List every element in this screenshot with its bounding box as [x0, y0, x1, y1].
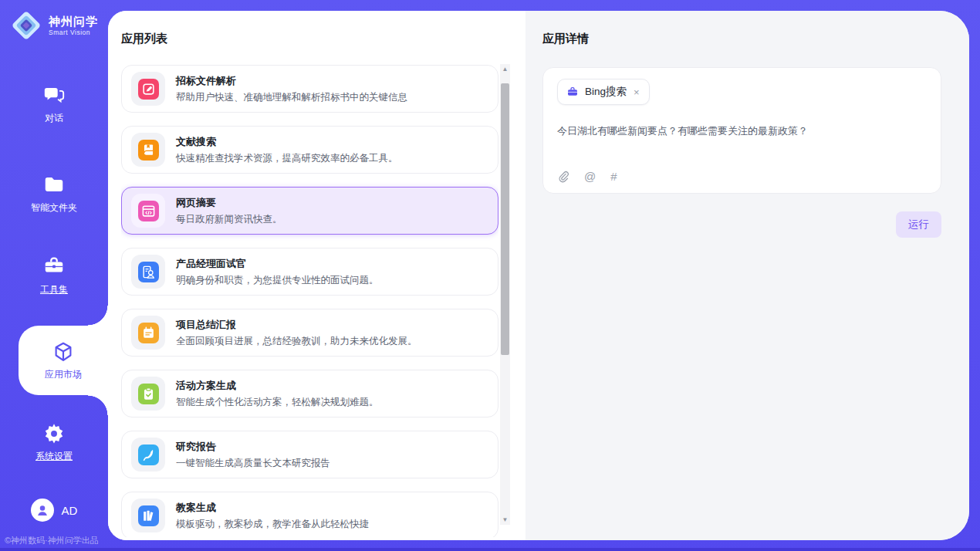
clipboard-icon	[138, 384, 159, 404]
user-initials: AD	[62, 504, 78, 517]
app-list-panel: 应用列表 招标文件解析帮助用户快速、准确地理解和解析招标书中的关键信息文献搜索快…	[108, 11, 525, 540]
sidebar-item-chat[interactable]: 对话	[0, 83, 108, 125]
app-card-desc: 智能生成个性化活动方案，轻松解决规划难题。	[176, 396, 379, 409]
app-card[interactable]: 研究报告一键智能生成高质量长文本研究报告	[121, 431, 498, 478]
app-card-desc: 明确身份和职责，为您提供专业性的面试问题。	[176, 274, 379, 287]
user-avatar-icon	[31, 499, 54, 522]
app-icon-box	[131, 438, 165, 472]
book-icon	[138, 140, 159, 161]
sidebar-item-label: 应用市场	[45, 368, 82, 381]
brand-logo: 神州问学 Smart Vision	[0, 9, 108, 42]
calendar-icon	[138, 323, 159, 343]
app-icon-box	[131, 194, 165, 228]
app-icon-box	[131, 72, 165, 106]
app-card-title: 网页摘要	[176, 196, 282, 210]
app-detail-title: 应用详情	[542, 32, 941, 46]
folder-icon	[42, 173, 66, 196]
scroll-up-icon[interactable]: ▲	[500, 64, 510, 74]
app-card-desc: 帮助用户快速、准确地理解和解析招标书中的关键信息	[176, 91, 407, 104]
app-card[interactable]: 教案生成模板驱动，教案秒成，教学准备从此轻松快捷	[121, 492, 498, 537]
tool-tag-label: Bing搜索	[585, 85, 627, 99]
bottom-stripe	[0, 548, 980, 551]
app-detail-panel: 应用详情 Bing搜索 × 今日湖北有哪些新闻要点？有哪些需要关注的最新政策？ …	[525, 11, 969, 540]
app-icon-box	[131, 255, 165, 289]
app-cards: 招标文件解析帮助用户快速、准确地理解和解析招标书中的关键信息文献搜索快速精准查找…	[121, 65, 498, 537]
copyright-footer: ©神州数码·神州问学出品	[5, 535, 99, 546]
app-icon-box	[131, 316, 165, 350]
app-card-title: 文献搜索	[176, 135, 398, 149]
app-icon-box	[131, 377, 165, 411]
scrollbar-track[interactable]	[500, 74, 510, 515]
topic-hash-icon[interactable]: #	[610, 170, 617, 183]
close-icon[interactable]: ×	[633, 87, 640, 97]
books-icon	[138, 505, 159, 526]
app-card-title: 活动方案生成	[176, 379, 379, 393]
app-list-title: 应用列表	[121, 32, 525, 46]
chat-icon	[42, 83, 66, 106]
app-card[interactable]: 产品经理面试官明确身份和职责，为您提供专业性的面试问题。	[121, 248, 498, 296]
tool-tag-bing[interactable]: Bing搜索 ×	[557, 79, 650, 105]
sidebar-item-label: 对话	[45, 112, 63, 125]
app-icon-box	[131, 133, 165, 167]
app-card-title: 项目总结汇报	[176, 318, 417, 332]
app-card-desc: 一键智能生成高质量长文本研究报告	[176, 457, 330, 470]
app-icon-box	[131, 499, 165, 532]
sidebar-item-smart-folder[interactable]: 智能文件夹	[0, 173, 108, 215]
app-card[interactable]: 网页摘要每日政府新闻资讯快查。	[121, 187, 498, 235]
app-card[interactable]: 文献搜索快速精准查找学术资源，提高研究效率的必备工具。	[121, 126, 498, 174]
tab-curve-bottom	[88, 395, 108, 415]
cube-icon	[52, 340, 75, 363]
app-card-desc: 每日政府新闻资讯快查。	[176, 213, 282, 226]
brand-name: 神州问学	[49, 15, 98, 28]
browser-code-icon	[138, 201, 159, 221]
content-area: 应用列表 招标文件解析帮助用户快速、准确地理解和解析招标书中的关键信息文献搜索快…	[108, 11, 969, 540]
gear-icon	[42, 421, 66, 445]
scrollbar[interactable]: ▲ ▼	[500, 64, 510, 525]
prompt-editor[interactable]: Bing搜索 × 今日湖北有哪些新闻要点？有哪些需要关注的最新政策？ @ #	[542, 67, 941, 194]
app-card[interactable]: 项目总结汇报全面回顾项目进展，总结经验教训，助力未来优化发展。	[121, 309, 498, 357]
sidebar-item-label: 工具集	[40, 283, 68, 296]
sidebar: 神州问学 Smart Vision 对话智能文件夹工具集应用市场系统设置 AD …	[0, 0, 108, 551]
doc-edit-icon	[138, 79, 159, 100]
user-account[interactable]: AD	[0, 499, 108, 522]
interviewer-icon	[138, 262, 159, 282]
tab-curve-top	[88, 306, 108, 326]
app-card-title: 招标文件解析	[176, 74, 407, 88]
sidebar-item-label: 系统设置	[35, 450, 73, 463]
research-icon	[138, 445, 159, 465]
scrollbar-thumb[interactable]	[501, 83, 509, 355]
sidebar-item-toolset[interactable]: 工具集	[0, 255, 108, 296]
app-card-title: 产品经理面试官	[176, 257, 379, 271]
query-text[interactable]: 今日湖北有哪些新闻要点？有哪些需要关注的最新政策？	[557, 124, 927, 138]
app-card-desc: 全面回顾项目进展，总结经验教训，助力未来优化发展。	[176, 335, 417, 348]
app-card[interactable]: 招标文件解析帮助用户快速、准确地理解和解析招标书中的关键信息	[121, 65, 498, 113]
briefcase-icon	[566, 86, 579, 98]
scroll-down-icon[interactable]: ▼	[500, 515, 510, 525]
app-card-desc: 快速精准查找学术资源，提高研究效率的必备工具。	[176, 152, 398, 165]
brand-tagline: Smart Vision	[49, 29, 98, 36]
run-row: 运行	[542, 211, 941, 238]
sidebar-item-settings[interactable]: 系统设置	[0, 421, 108, 463]
run-button[interactable]: 运行	[896, 211, 941, 238]
diamond-logo-icon	[10, 9, 42, 42]
sidebar-item-app-market[interactable]: 应用市场	[19, 326, 108, 395]
sidebar-item-label: 智能文件夹	[31, 201, 77, 215]
paperclip-icon[interactable]	[557, 171, 569, 183]
app-card[interactable]: 活动方案生成智能生成个性化活动方案，轻松解决规划难题。	[121, 370, 498, 417]
app-card-desc: 模板驱动，教案秒成，教学准备从此轻松快捷	[176, 518, 369, 531]
app-card-title: 研究报告	[176, 440, 330, 454]
mention-icon[interactable]: @	[584, 170, 596, 183]
toolbox-icon	[42, 255, 66, 278]
editor-actions: @ #	[557, 170, 617, 183]
app-card-title: 教案生成	[176, 501, 369, 515]
